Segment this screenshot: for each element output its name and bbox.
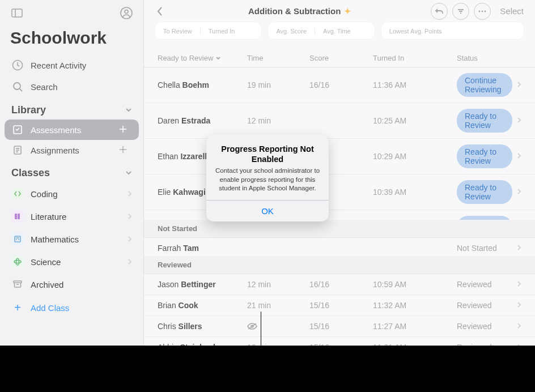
time-cell: 19 min [247, 80, 309, 90]
table-row[interactable]: Abbie Steinbacher16 min15/1611:01 AMRevi… [144, 337, 535, 346]
turned-in-cell: 11:01 AM [373, 343, 457, 346]
svg-line-6 [20, 89, 22, 91]
table-row[interactable]: Jason Bettinger12 min16/1610:59 AMReview… [144, 274, 535, 295]
class-archived[interactable]: Archived [0, 273, 143, 296]
clock-icon [11, 59, 24, 71]
chevron-right-icon [128, 235, 132, 244]
time-cell [247, 322, 309, 330]
class-label: Literature [31, 212, 66, 221]
summary-cards: To Review Turned In Avg. Score Avg. Time… [144, 22, 535, 44]
eye-slash-icon [247, 322, 257, 330]
table-row[interactable]: Daren Estrada12 min10:25 AMReady to Revi… [144, 103, 535, 139]
chevron-right-icon [512, 280, 521, 289]
status-cell: Ready to Review [457, 109, 521, 133]
sidebar-item-assessments[interactable]: Assessments [5, 120, 139, 140]
svg-rect-16 [15, 214, 17, 219]
table-row[interactable]: Brian Cook21 min15/1611:32 AMReviewed [144, 295, 535, 316]
turned-in-cell: 10:25 AM [373, 116, 457, 125]
sidebar-toggle-icon[interactable] [9, 5, 25, 21]
back-button[interactable] [151, 2, 169, 20]
svg-point-31 [485, 10, 486, 12]
class-label: Mathematics [31, 235, 79, 244]
table-row[interactable]: Ethan Izzarelli11 min10:29 AMReady to Re… [144, 139, 535, 174]
status-cell: Reviewed [457, 322, 521, 331]
status-text: Reviewed [457, 280, 491, 289]
svg-rect-24 [14, 281, 22, 283]
table-row[interactable]: Chella Boehm19 min16/1611:36 AMContinue … [144, 67, 535, 103]
rows-ready: Chella Boehm19 min16/1611:36 AMContinue … [144, 67, 535, 220]
svg-rect-18 [15, 236, 20, 242]
score-cell: 15/16 [309, 322, 373, 331]
status-pill[interactable]: Continue Reviewing [457, 216, 512, 220]
svg-point-23 [16, 258, 19, 265]
filter-button[interactable] [452, 3, 469, 20]
alert-title: Progress Reporting Not Enabled [214, 144, 321, 164]
status-pill[interactable]: Continue Reviewing [457, 73, 512, 97]
chevron-right-icon [512, 343, 521, 346]
status-pill[interactable]: Ready to Review [457, 109, 512, 133]
alert-message: Contact your school administrator to ena… [214, 167, 321, 193]
status-pill[interactable]: Ready to Review [457, 180, 512, 204]
table-row[interactable]: Elie Kahwagi10:39 AMReady to Review [144, 174, 535, 210]
svg-point-30 [482, 10, 483, 12]
turned-in-cell: 11:32 AM [373, 301, 457, 310]
svg-point-29 [479, 10, 481, 12]
status-cell: Reviewed [457, 280, 521, 289]
score-cell: 16/16 [309, 280, 373, 289]
status-text: Reviewed [457, 343, 491, 346]
undo-button[interactable] [431, 3, 448, 20]
plus-icon: + [11, 301, 24, 314]
account-icon[interactable] [118, 5, 134, 21]
summary-card-review: To Review Turned In [155, 22, 261, 39]
table-row[interactable]: Juliana Mejia10:57 AMContinue Reviewing [144, 210, 535, 220]
app-title: Schoolwork [0, 26, 143, 54]
add-class-label: Add Class [31, 303, 69, 313]
nav-label: Recent Activity [31, 61, 86, 70]
turned-in-cell: 10:39 AM [373, 188, 457, 197]
status-cell: Continue Reviewing [457, 216, 521, 220]
class-coding[interactable]: Coding [0, 182, 143, 205]
plus-icon[interactable] [118, 145, 128, 156]
status-pill[interactable]: Ready to Review [457, 144, 512, 168]
sparkle-icon: ✦ [344, 6, 351, 16]
status-cell: Continue Reviewing [457, 73, 521, 97]
status-cell: Reviewed [457, 301, 521, 310]
rows-not-started: Farrah TamNot Started [144, 238, 535, 256]
summary-card-lowest: Lowest Avg. Points [381, 22, 524, 39]
library-header[interactable]: Library [0, 97, 143, 120]
section-not-started: Not Started [144, 220, 535, 238]
classes-header[interactable]: Classes [0, 160, 143, 182]
svg-point-3 [125, 10, 128, 14]
status-text: Not Started [457, 244, 497, 253]
col-header-name[interactable]: Ready to Review [158, 54, 247, 62]
nav-label: Search [31, 82, 58, 92]
class-literature[interactable]: Literature [0, 205, 143, 228]
add-class-button[interactable]: + Add Class [0, 296, 143, 319]
col-header-status[interactable]: Status [457, 54, 521, 62]
chevron-right-icon [512, 116, 521, 125]
select-button[interactable]: Select [495, 6, 528, 16]
nav-recent-activity[interactable]: Recent Activity [0, 54, 143, 76]
sidebar-item-assignments[interactable]: Assignments [5, 140, 139, 160]
more-button[interactable] [474, 3, 491, 20]
alert-ok-button[interactable]: OK [206, 200, 329, 221]
table-row[interactable]: Farrah TamNot Started [144, 238, 535, 256]
col-header-score[interactable]: Score [309, 54, 373, 62]
turned-in-cell: 11:27 AM [373, 322, 457, 331]
nav-search[interactable]: Search [0, 76, 143, 97]
lib-label: Assignments [31, 146, 79, 155]
turned-in-cell: 10:59 AM [373, 280, 457, 289]
class-science[interactable]: Science [0, 250, 143, 273]
col-header-turned[interactable]: Turned In [373, 54, 457, 62]
chevron-down-icon [125, 167, 132, 179]
page-title: Addition & Subtraction ✦ [173, 6, 426, 16]
alert-dialog: Progress Reporting Not Enabled Contact y… [206, 135, 329, 221]
class-mathematics[interactable]: Mathematics [0, 228, 143, 250]
summary-card-avg: Avg. Score Avg. Time [268, 22, 374, 39]
table-row[interactable]: Chris Sillers15/1611:27 AMReviewed [144, 316, 535, 337]
score-cell: 15/16 [309, 301, 373, 310]
plus-icon[interactable] [118, 125, 128, 135]
svg-rect-17 [18, 214, 20, 219]
svg-point-22 [14, 261, 21, 263]
col-header-time[interactable]: Time [247, 54, 309, 62]
